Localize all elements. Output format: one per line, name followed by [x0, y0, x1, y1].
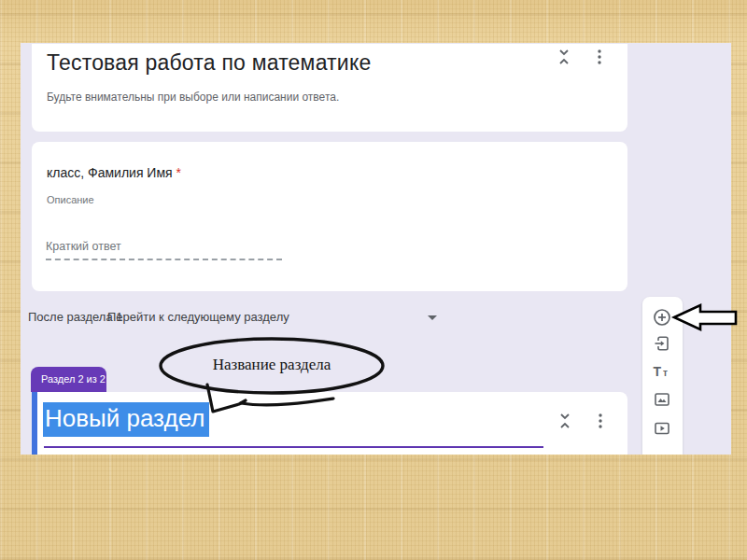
- collapse-button[interactable]: [555, 48, 573, 66]
- add-question-button[interactable]: [651, 306, 673, 329]
- short-answer-placeholder: Краткий ответ: [46, 240, 121, 253]
- question-label-text: класс, Фамилия Имя: [47, 165, 173, 180]
- video-icon: [651, 417, 673, 440]
- dropdown-caret-icon[interactable]: [428, 315, 437, 320]
- tt-small-glyph: т: [663, 368, 668, 378]
- card-menu-button[interactable]: [591, 412, 610, 430]
- import-questions-button[interactable]: [651, 332, 673, 355]
- image-icon: [651, 388, 673, 411]
- add-title-text-button[interactable]: T т: [651, 360, 673, 383]
- unfold-less-icon: [556, 412, 574, 430]
- slide-background: Тестовая работа по математике Будьте вни…: [0, 0, 747, 560]
- form-title-card[interactable]: Тестовая работа по математике Будьте вни…: [32, 44, 627, 132]
- question-card[interactable]: класс, Фамилия Имя * Описание Краткий от…: [32, 142, 627, 291]
- kebab-menu-icon: [590, 48, 609, 66]
- question-label[interactable]: класс, Фамилия Имя *: [47, 165, 181, 180]
- section-title-input[interactable]: Новый раздел: [43, 402, 209, 437]
- add-video-button[interactable]: [651, 417, 673, 440]
- section-accent-bar: [32, 392, 37, 455]
- kebab-menu-icon: [591, 412, 610, 430]
- add-toolbar: T т: [642, 297, 683, 455]
- form-title[interactable]: Тестовая работа по математике: [47, 50, 371, 76]
- tt-large-glyph: T: [654, 364, 662, 379]
- import-questions-icon: [651, 332, 673, 355]
- section-header-card[interactable]: Новый раздел: [32, 392, 627, 455]
- question-description[interactable]: Описание: [47, 194, 94, 205]
- form-description[interactable]: Будьте внимательны при выборе или написа…: [47, 91, 339, 104]
- collapse-button[interactable]: [556, 412, 574, 430]
- section-routing-row: После раздела 1 Перейти к следующему раз…: [28, 308, 458, 330]
- text-title-icon: T т: [651, 360, 673, 383]
- routing-dropdown[interactable]: Перейти к следующему разделу: [107, 310, 289, 324]
- section-badge: Раздел 2 из 2: [31, 367, 106, 392]
- short-answer-line: [46, 259, 282, 260]
- unfold-less-icon: [555, 48, 573, 66]
- add-image-button[interactable]: [651, 388, 673, 411]
- required-asterisk: *: [176, 165, 181, 180]
- add-circle-icon: [651, 306, 673, 329]
- card-menu-button[interactable]: [590, 48, 609, 66]
- google-forms-editor: Тестовая работа по математике Будьте вни…: [21, 43, 731, 455]
- focus-underline: [44, 446, 543, 448]
